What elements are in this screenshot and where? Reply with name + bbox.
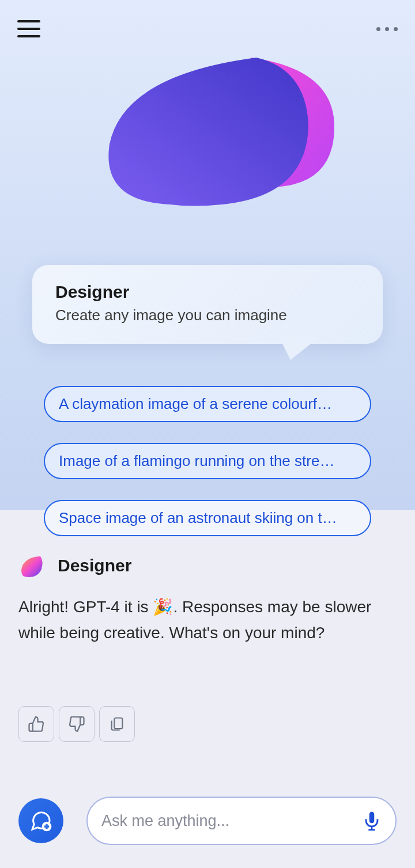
message-header: Designer — [18, 553, 397, 578]
chat-plus-icon — [29, 809, 52, 832]
assistant-message: Designer Alright! GPT-4 it is 🎉. Respons… — [18, 553, 397, 646]
message-actions — [18, 706, 135, 742]
top-bar — [0, 0, 415, 58]
copy-button[interactable] — [99, 706, 135, 742]
intro-subtitle: Create any image you can imagine — [55, 306, 360, 324]
suggestion-chip[interactable]: Image of a flamingo running on the stre… — [44, 443, 371, 479]
message-text: Alright! GPT-4 it is 🎉. Responses may be… — [18, 594, 397, 646]
menu-icon[interactable] — [17, 20, 40, 37]
intro-card: Designer Create any image you can imagin… — [32, 265, 383, 344]
message-input[interactable] — [101, 812, 362, 830]
mic-icon[interactable] — [362, 811, 382, 831]
thumbs-down-icon — [68, 715, 85, 733]
thumbs-up-icon — [28, 715, 45, 733]
designer-logo — [78, 58, 337, 207]
intro-title: Designer — [55, 282, 360, 302]
new-topic-button[interactable] — [18, 798, 63, 843]
suggestion-chip[interactable]: A claymation image of a serene colourf… — [44, 386, 371, 422]
copy-icon — [109, 716, 125, 732]
speech-tail — [279, 337, 319, 360]
composer — [18, 797, 397, 845]
suggestion-list: A claymation image of a serene colourf… … — [44, 386, 371, 536]
more-icon[interactable] — [376, 27, 398, 31]
thumbs-down-button[interactable] — [59, 706, 95, 742]
svg-rect-0 — [114, 718, 122, 729]
message-sender: Designer — [58, 556, 131, 575]
thumbs-up-button[interactable] — [18, 706, 54, 742]
designer-avatar-icon — [18, 553, 44, 578]
suggestion-chip[interactable]: Space image of an astronaut skiing on t… — [44, 500, 371, 536]
input-container — [86, 797, 397, 845]
